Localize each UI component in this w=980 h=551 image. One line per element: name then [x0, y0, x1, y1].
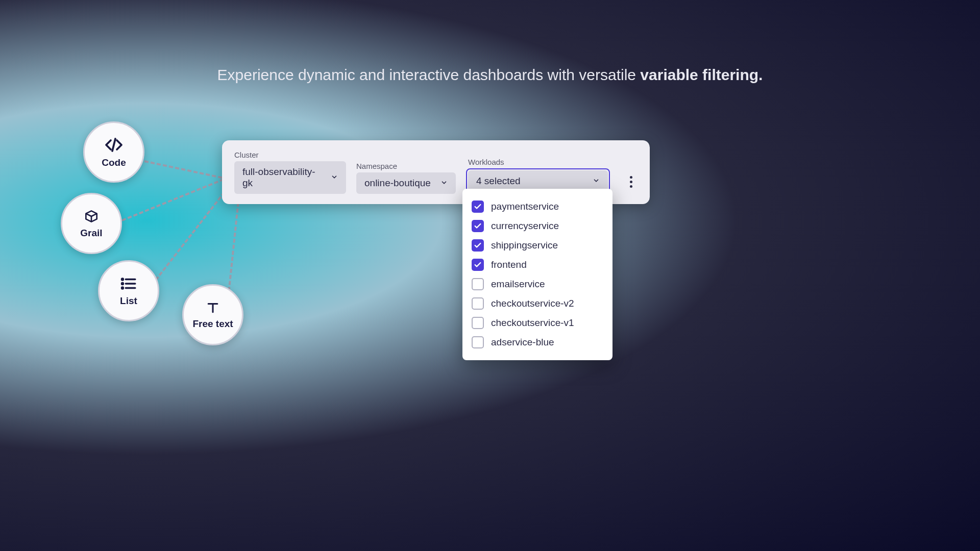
checkbox-unchecked-icon [472, 278, 484, 290]
dropdown-item[interactable]: currencyservice [462, 216, 612, 236]
svg-line-0 [112, 139, 115, 151]
svg-point-4 [122, 279, 124, 280]
node-grail[interactable]: Grail [61, 193, 122, 254]
checkbox-unchecked-icon [472, 336, 484, 348]
namespace-value: online-boutique [364, 178, 431, 189]
node-code-label: Code [102, 157, 126, 168]
dropdown-item-label: adservice-blue [491, 337, 554, 348]
grail-icon [83, 208, 100, 224]
filter-workloads-label: Workloads [466, 158, 610, 166]
dropdown-item[interactable]: checkoutservice-v2 [462, 294, 612, 313]
filter-cluster-label: Cluster [234, 151, 346, 159]
checkbox-unchecked-icon [472, 317, 484, 329]
workloads-value: 4 selected [476, 176, 521, 187]
dropdown-item-label: checkoutservice-v2 [491, 298, 574, 309]
chevron-down-icon [593, 176, 600, 187]
node-list[interactable]: List [98, 260, 159, 321]
cluster-select[interactable]: full-observability-gk [234, 161, 346, 194]
node-list-label: List [120, 295, 137, 307]
kebab-menu[interactable] [625, 170, 638, 194]
checkbox-checked-icon [472, 259, 484, 271]
text-icon [205, 300, 220, 315]
code-icon [105, 136, 123, 154]
namespace-select[interactable]: online-boutique [356, 172, 456, 194]
chevron-down-icon [440, 178, 448, 189]
dropdown-item-label: currencyservice [491, 220, 559, 232]
dropdown-item[interactable]: emailservice [462, 274, 612, 294]
dropdown-item[interactable]: frontend [462, 255, 612, 274]
filter-namespace: Namespace online-boutique [356, 162, 456, 194]
filter-cluster: Cluster full-observability-gk [234, 151, 346, 194]
headline: Experience dynamic and interactive dashb… [217, 66, 763, 84]
dropdown-item[interactable]: shippingservice [462, 236, 612, 255]
checkbox-checked-icon [472, 239, 484, 252]
dropdown-item-label: checkoutservice-v1 [491, 317, 574, 329]
dropdown-item[interactable]: checkoutservice-v1 [462, 313, 612, 333]
checkbox-unchecked-icon [472, 297, 484, 310]
node-grail-label: Grail [80, 228, 102, 239]
svg-point-6 [122, 287, 124, 289]
checkbox-checked-icon [472, 201, 484, 213]
connector-line [144, 160, 235, 181]
list-icon [120, 275, 137, 292]
svg-point-5 [122, 283, 124, 285]
checkbox-checked-icon [472, 220, 484, 232]
dropdown-item-label: frontend [491, 259, 527, 270]
cluster-value: full-observability-gk [242, 166, 325, 189]
dropdown-item[interactable]: adservice-blue [462, 333, 612, 352]
chevron-down-icon [331, 172, 338, 183]
workloads-dropdown: paymentservicecurrencyserviceshippingser… [462, 189, 612, 360]
node-code[interactable]: Code [83, 121, 144, 183]
headline-bold: variable filtering. [640, 66, 763, 83]
node-freetext[interactable]: Free text [182, 284, 243, 345]
dropdown-item-label: emailservice [491, 279, 545, 290]
dropdown-item[interactable]: paymentservice [462, 197, 612, 216]
node-freetext-label: Free text [192, 318, 233, 330]
filter-namespace-label: Namespace [356, 162, 456, 170]
connector-line [151, 192, 225, 286]
dropdown-item-label: paymentservice [491, 201, 559, 212]
dropdown-item-label: shippingservice [491, 240, 558, 251]
connector-line [121, 179, 224, 221]
headline-prefix: Experience dynamic and interactive dashb… [217, 66, 641, 83]
connector-line [227, 196, 240, 303]
